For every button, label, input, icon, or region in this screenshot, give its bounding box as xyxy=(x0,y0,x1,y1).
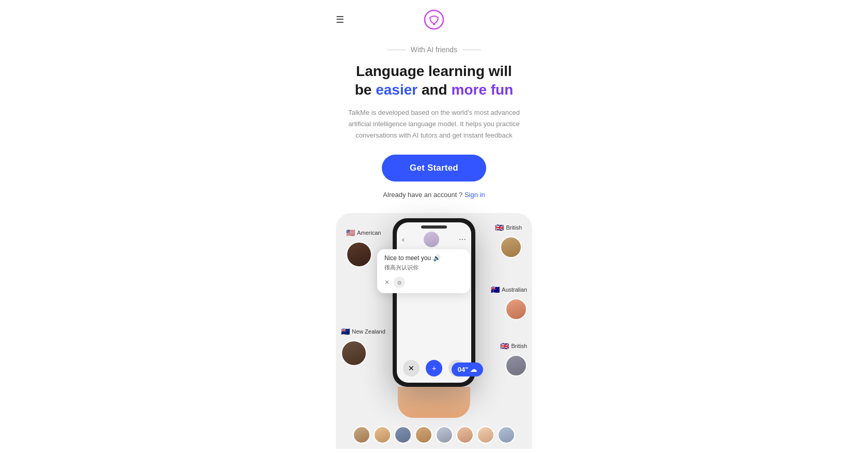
phone-top-bar: ‹ ⋯ xyxy=(397,232,471,250)
flag-british-bottom: 🇬🇧 xyxy=(500,342,509,350)
label-newzealand: New Zealand xyxy=(352,328,385,335)
chat-option-icon[interactable]: ⊙ xyxy=(394,277,405,288)
menu-icon[interactable]: ☰ xyxy=(336,15,344,24)
tagline-row: With AI friends xyxy=(387,46,481,54)
phone-notch xyxy=(421,225,447,229)
badge-newzealand: 🇳🇿 New Zealand xyxy=(341,327,385,366)
tagline-line-right xyxy=(462,50,481,50)
more-fun-text: more fun xyxy=(452,82,514,98)
chat-bubble: Nice to meet you 🔊 很高兴认识你 ✕ ⊙ xyxy=(377,249,470,293)
ctrl-cancel-btn[interactable]: ✕ xyxy=(403,360,420,376)
hand-shape xyxy=(398,387,470,418)
badge-british-bottom: 🇬🇧 British xyxy=(500,342,527,376)
hero-section: With AI friends Language learning will b… xyxy=(331,35,537,213)
signin-link[interactable]: Sign in xyxy=(464,191,485,199)
hero-title: Language learning will be easier and mor… xyxy=(355,62,514,100)
voice-timer-badge: 04" ☁ xyxy=(452,363,483,376)
chat-actions: ✕ ⊙ xyxy=(384,277,463,288)
bottom-avatar-6 xyxy=(456,426,474,444)
phone-contact-avatar xyxy=(424,232,439,247)
flag-newzealand: 🇳🇿 xyxy=(341,327,350,336)
tagline-text: With AI friends xyxy=(411,46,457,54)
phone-hand-area: Nice to meet you 🔊 很高兴认识你 ✕ ⊙ 04" ☁ ‹ xyxy=(341,218,527,418)
avatar-newzealand xyxy=(341,340,367,366)
svg-point-0 xyxy=(425,10,443,29)
bottom-avatar-4 xyxy=(415,426,432,444)
hero-description: TalkMe is developed based on the world's… xyxy=(346,107,522,141)
bottom-avatar-7 xyxy=(477,426,494,444)
bottom-avatar-2 xyxy=(374,426,391,444)
signin-prefix: Already have an account ? xyxy=(383,191,462,199)
signin-row: Already have an account ? Sign in xyxy=(383,191,485,199)
sound-icon: 🔊 xyxy=(433,254,441,262)
svg-point-1 xyxy=(433,23,435,25)
illustration-container: 🇺🇸 American 🇬🇧 British 🇦🇺 Australian Nic… xyxy=(336,213,532,449)
bottom-avatar-3 xyxy=(394,426,412,444)
phone-mockup: ‹ ⋯ 很高兴认识你 Hi! ✕ + ⋯ xyxy=(393,218,475,387)
bottom-avatar-5 xyxy=(436,426,453,444)
bottom-avatars-row xyxy=(353,418,515,449)
phone-screen: ‹ ⋯ 很高兴认识你 Hi! ✕ + ⋯ xyxy=(397,222,471,383)
get-started-button[interactable]: Get Started xyxy=(382,155,486,182)
avatar-british-bottom xyxy=(505,355,527,376)
chat-chinese: 很高兴认识你 xyxy=(384,264,463,271)
tagline-line-left xyxy=(387,50,406,50)
more-options-icon[interactable]: ⋯ xyxy=(459,235,466,244)
header: ☰ xyxy=(0,0,868,35)
bottom-avatar-1 xyxy=(353,426,370,444)
back-arrow-icon[interactable]: ‹ xyxy=(402,235,405,244)
easier-text: easier xyxy=(376,82,417,98)
ctrl-mic-btn[interactable]: + xyxy=(426,360,442,376)
chat-text: Nice to meet you 🔊 xyxy=(384,254,463,262)
logo-icon xyxy=(424,9,444,30)
bottom-avatar-8 xyxy=(498,426,515,444)
close-chat-icon[interactable]: ✕ xyxy=(384,279,390,286)
label-british-bottom: British xyxy=(511,343,527,349)
